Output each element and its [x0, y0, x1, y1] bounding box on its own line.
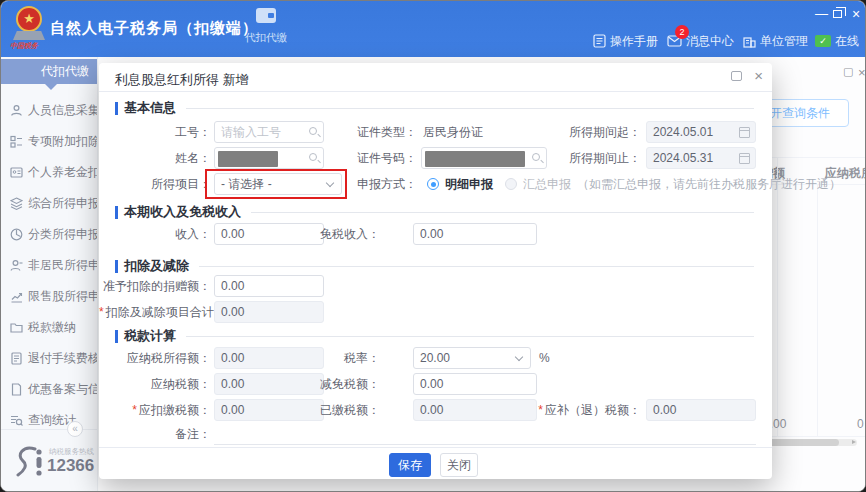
tax-due-refund-input[interactable]: 0.00 — [646, 399, 756, 421]
label-deductible-donation: 准予扣除的捐赠额： — [99, 275, 211, 297]
section-basic-info: 基本信息 — [115, 101, 754, 115]
radio-detail-label[interactable]: 明细申报 — [445, 173, 493, 195]
tax-reduction-input[interactable]: 0.00 — [413, 373, 537, 395]
brand-caption: 中国税务 — [10, 41, 48, 51]
app-title: 自然人电子税务局（扣缴端） — [50, 19, 258, 38]
search-icon[interactable] — [532, 153, 540, 161]
online-status-icon: ✓ — [815, 35, 831, 47]
period-end-input[interactable]: 2024.05.31 — [646, 147, 756, 169]
deductible-donation-input[interactable]: 0.00 — [214, 275, 324, 297]
label-income: 收入： — [109, 223, 211, 245]
label-employee-no: 工号： — [109, 121, 211, 143]
dialog-header-divider — [99, 91, 772, 92]
deduction-total-input[interactable]: 0.00 — [214, 301, 324, 323]
redacted-name — [218, 151, 278, 167]
label-income-item: 所得项目： — [109, 173, 211, 195]
period-start-input[interactable]: 2024.05.01 — [646, 121, 756, 143]
chevron-down-icon — [515, 353, 523, 361]
dialog-title: 利息股息红利所得 新增 — [115, 71, 249, 89]
section-tax-calc: 税款计算 — [115, 329, 754, 343]
search-icon[interactable] — [309, 127, 317, 135]
redacted-cert-no — [425, 151, 525, 167]
menu-org-label: 单位管理 — [760, 33, 808, 50]
label-cert-type: 证件类型： — [321, 121, 417, 143]
dividend-income-add-dialog: 利息股息红利所得 新增 × 基本信息 工号： 请输入工号 证件类型： 居民身份证… — [99, 63, 772, 479]
label-deduction-total: *扣除及减除项目合计： — [99, 301, 211, 323]
label-tax-due-refund: *应补（退）税额： — [529, 399, 641, 421]
label-cert-no: 证件号码： — [321, 147, 417, 169]
app-header: ★ 中国税务 自然人电子税务局（扣缴端） 代扣代缴 操作手册 2 消息中心 单位… — [1, 1, 866, 57]
label-period-end: 所得期间止： — [541, 147, 641, 169]
save-button[interactable]: 保存 — [389, 453, 431, 477]
topnav-withholding[interactable]: 代扣代缴 — [233, 8, 299, 54]
cert-no-input[interactable] — [421, 147, 547, 169]
tax-rate-unit: % — [539, 347, 550, 369]
label-period-start: 所得期间起： — [541, 121, 641, 143]
label-tax-payable: 应纳税额： — [99, 373, 211, 395]
window-minimize-button[interactable]: — — [815, 6, 828, 21]
calendar-icon — [739, 153, 750, 164]
label-remark: 备注： — [109, 423, 211, 445]
calendar-icon — [739, 127, 750, 138]
remark-input[interactable] — [214, 423, 756, 445]
topnav-withholding-label: 代扣代缴 — [233, 31, 299, 45]
tax-rate-select[interactable]: 20.00 — [413, 347, 531, 369]
radio-summary-declare[interactable] — [505, 178, 517, 190]
search-icon[interactable] — [309, 153, 317, 161]
label-taxfree-income: 免税收入： — [281, 223, 380, 245]
name-input[interactable] — [214, 147, 324, 169]
dialog-maximize-icon[interactable] — [731, 71, 742, 81]
section-income: 本期收入及免税收入 — [115, 205, 754, 219]
cert-type-value: 居民身份证 — [423, 121, 513, 143]
menu-messages-label: 消息中心 — [686, 33, 734, 50]
employee-no-input[interactable]: 请输入工号 — [214, 121, 324, 143]
radio-summary-label[interactable]: 汇总申报 — [523, 173, 571, 195]
close-button[interactable]: 关闭 — [440, 453, 478, 477]
emblem-base — [13, 31, 45, 40]
taxfree-income-input[interactable]: 0.00 — [413, 223, 537, 245]
menu-manual-label: 操作手册 — [610, 33, 658, 50]
label-taxable-income: 应纳税所得额： — [99, 347, 211, 369]
section-bar — [115, 102, 118, 115]
label-tax-reduction: 减免税额： — [281, 373, 380, 395]
dialog-close-icon[interactable]: × — [754, 67, 763, 84]
label-tax-rate: 税率： — [281, 347, 380, 369]
label-name: 姓名： — [109, 147, 211, 169]
window-close-button[interactable]: × — [852, 6, 860, 22]
menu-online[interactable]: ✓ 在线 — [815, 31, 859, 51]
declare-note: （如需汇总申报，请先前往办税服务厅进行开通） — [577, 173, 841, 195]
envelope-icon-wrap: 2 — [667, 35, 682, 47]
tax-paid-input[interactable]: 0.00 — [413, 399, 537, 421]
tax-bureau-logo: ★ 中国税务 — [10, 5, 48, 53]
section-deduction: 扣除及减除 — [115, 259, 754, 273]
menu-online-label: 在线 — [835, 33, 859, 50]
menu-messages[interactable]: 2 消息中心 — [667, 31, 734, 51]
messages-badge: 2 — [675, 25, 689, 39]
menu-org[interactable]: 单位管理 — [743, 31, 808, 51]
document-icon — [593, 34, 606, 48]
label-tax-paid: 已缴税额： — [281, 399, 380, 421]
building-icon — [743, 35, 756, 48]
label-withholding-tax: *应扣缴税额： — [99, 399, 211, 421]
label-declare-mode: 申报方式： — [321, 173, 417, 195]
radio-detail-declare[interactable] — [427, 178, 439, 190]
dialog-footer-divider — [99, 447, 772, 448]
wallet-icon — [256, 8, 276, 23]
menu-manual[interactable]: 操作手册 — [593, 31, 658, 51]
app-window: ★ 中国税务 自然人电子税务局（扣缴端） 代扣代缴 操作手册 2 消息中心 单位… — [0, 0, 866, 492]
national-emblem-icon: ★ — [16, 6, 42, 32]
window-restore-button[interactable] — [833, 10, 842, 18]
